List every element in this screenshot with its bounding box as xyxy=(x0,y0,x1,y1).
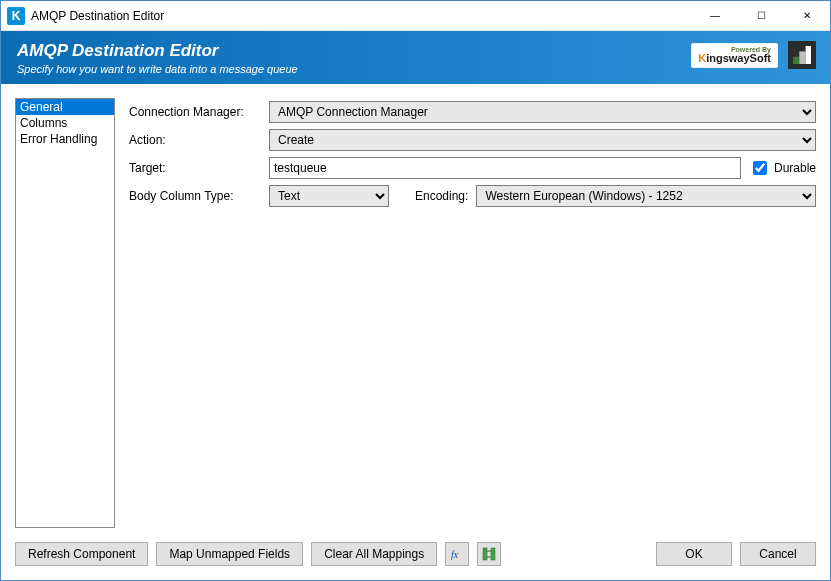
footer: Refresh Component Map Unmapped Fields Cl… xyxy=(1,538,830,580)
minimize-button[interactable]: — xyxy=(692,1,738,31)
nav-item-general[interactable]: General xyxy=(16,99,114,115)
app-icon: K xyxy=(7,7,25,25)
svg-rect-4 xyxy=(483,548,487,560)
cancel-button[interactable]: Cancel xyxy=(740,542,816,566)
expression-editor-button[interactable]: fx xyxy=(445,542,469,566)
durable-wrap[interactable]: Durable xyxy=(749,158,816,178)
durable-checkbox[interactable] xyxy=(753,161,767,175)
svg-rect-5 xyxy=(491,548,495,560)
nav-item-columns[interactable]: Columns xyxy=(16,115,114,131)
form-area: Connection Manager: AMQP Connection Mana… xyxy=(129,98,816,528)
clear-all-mappings-button[interactable]: Clear All Mappings xyxy=(311,542,437,566)
target-input[interactable] xyxy=(269,157,741,179)
connection-manager-label: Connection Manager: xyxy=(129,105,269,119)
map-unmapped-fields-button[interactable]: Map Unmapped Fields xyxy=(156,542,303,566)
target-label: Target: xyxy=(129,161,269,175)
svg-rect-0 xyxy=(793,57,799,64)
column-mapping-button[interactable] xyxy=(477,542,501,566)
kingswaysoft-logo: Powered By KingswaySoft xyxy=(691,43,778,68)
header-banner: AMQP Destination Editor Specify how you … xyxy=(1,31,830,84)
function-icon: fx xyxy=(450,547,464,561)
body-column-type-select[interactable]: Text xyxy=(269,185,389,207)
ok-button[interactable]: OK xyxy=(656,542,732,566)
action-label: Action: xyxy=(129,133,269,147)
svg-rect-1 xyxy=(799,51,805,64)
svg-text:fx: fx xyxy=(451,549,459,560)
body-column-type-label: Body Column Type: xyxy=(129,189,269,203)
maximize-button[interactable]: ☐ xyxy=(738,1,784,31)
action-select[interactable]: Create xyxy=(269,129,816,151)
nav-list[interactable]: General Columns Error Handling xyxy=(15,98,115,528)
connection-manager-select[interactable]: AMQP Connection Manager xyxy=(269,101,816,123)
body-area: General Columns Error Handling Connectio… xyxy=(1,84,830,538)
brand-k: K xyxy=(698,52,706,64)
banner-title: AMQP Destination Editor xyxy=(17,41,298,61)
encoding-select[interactable]: Western European (Windows) - 1252 xyxy=(476,185,816,207)
titlebar: K AMQP Destination Editor — ☐ ✕ xyxy=(1,1,830,31)
durable-label: Durable xyxy=(774,161,816,175)
nav-item-error-handling[interactable]: Error Handling xyxy=(16,131,114,147)
close-button[interactable]: ✕ xyxy=(784,1,830,31)
product-logo-icon xyxy=(788,41,816,69)
columns-icon xyxy=(482,547,496,561)
refresh-component-button[interactable]: Refresh Component xyxy=(15,542,148,566)
banner-subtitle: Specify how you want to write data into … xyxy=(17,63,298,75)
brand-rest: ingswaySoft xyxy=(706,52,771,64)
svg-rect-2 xyxy=(806,46,811,64)
encoding-label: Encoding: xyxy=(415,189,468,203)
window-title: AMQP Destination Editor xyxy=(31,9,164,23)
